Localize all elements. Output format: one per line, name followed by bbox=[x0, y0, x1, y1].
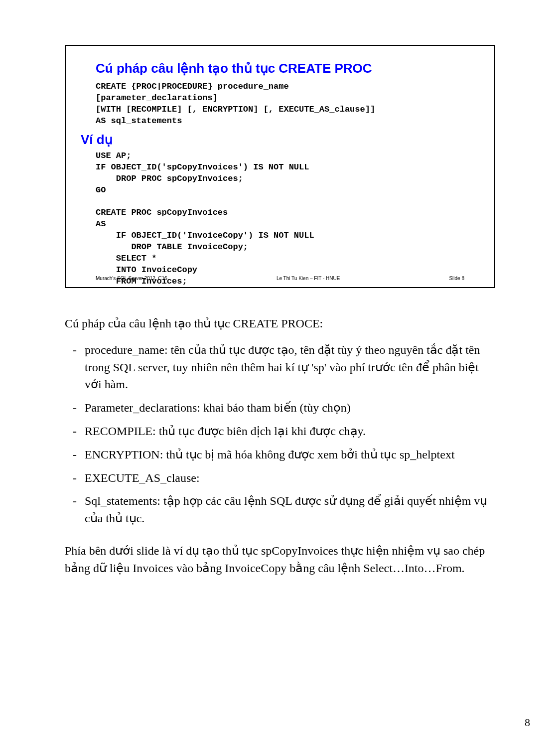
closing-paragraph: Phía bên dưới slide là ví dụ tạo thủ tục… bbox=[65, 542, 495, 577]
slide-footer: Murach's SQL Server 2012, C15 Le Thi Tu … bbox=[96, 276, 464, 281]
dash-icon: - bbox=[65, 492, 85, 527]
bullet-text: ENCRYPTION: thủ tục bị mã hóa không được… bbox=[85, 446, 455, 463]
footer-left: Murach's SQL Server 2012, C15 bbox=[96, 276, 167, 281]
list-item: -Parameter_declarations: khai báo tham b… bbox=[65, 399, 495, 417]
list-item: -procedure_name: tên của thủ tục được tạ… bbox=[65, 341, 495, 393]
footer-center: Le Thi Tu Kien – FIT - HNUE bbox=[277, 276, 340, 281]
bullet-text: Parameter_declarations: khai báo tham bi… bbox=[85, 399, 351, 417]
bullet-text: procedure_name: tên của thủ tục được tạo… bbox=[85, 341, 495, 393]
list-item: -Sql_statements: tập hợp các câu lệnh SQ… bbox=[65, 492, 495, 527]
bullet-text: EXECUTE_AS_clause: bbox=[85, 469, 200, 487]
slide-title: Cú pháp câu lệnh tạo thủ tục CREATE PROC bbox=[96, 61, 464, 76]
dash-icon: - bbox=[65, 399, 85, 417]
dash-icon: - bbox=[65, 341, 85, 393]
intro-paragraph: Cú pháp của câu lệnh tạo thủ tục CREATE … bbox=[65, 315, 495, 332]
bullet-list: -procedure_name: tên của thủ tục được tạ… bbox=[65, 341, 495, 527]
example-code: USE AP; IF OBJECT_ID('spCopyInvoices') I… bbox=[96, 150, 464, 288]
list-item: -RECOMPILE: thủ tục được biên dịch lại k… bbox=[65, 423, 495, 440]
bullet-text: RECOMPILE: thủ tục được biên dịch lại kh… bbox=[85, 423, 366, 440]
footer-right: Slide 8 bbox=[449, 276, 464, 281]
body-content: Cú pháp của câu lệnh tạo thủ tục CREATE … bbox=[65, 315, 495, 577]
page-number: 8 bbox=[525, 716, 530, 729]
example-title: Ví dụ bbox=[81, 132, 464, 148]
syntax-block: CREATE {PROC|PROCEDURE} procedure_name [… bbox=[96, 81, 464, 127]
dash-icon: - bbox=[65, 446, 85, 463]
dash-icon: - bbox=[65, 423, 85, 440]
bullet-text: Sql_statements: tập hợp các câu lệnh SQL… bbox=[85, 492, 495, 527]
slide-container: Cú pháp câu lệnh tạo thủ tục CREATE PROC… bbox=[65, 45, 495, 288]
dash-icon: - bbox=[65, 469, 85, 487]
list-item: -ENCRYPTION: thủ tục bị mã hóa không đượ… bbox=[65, 446, 495, 463]
list-item: -EXECUTE_AS_clause: bbox=[65, 469, 495, 487]
